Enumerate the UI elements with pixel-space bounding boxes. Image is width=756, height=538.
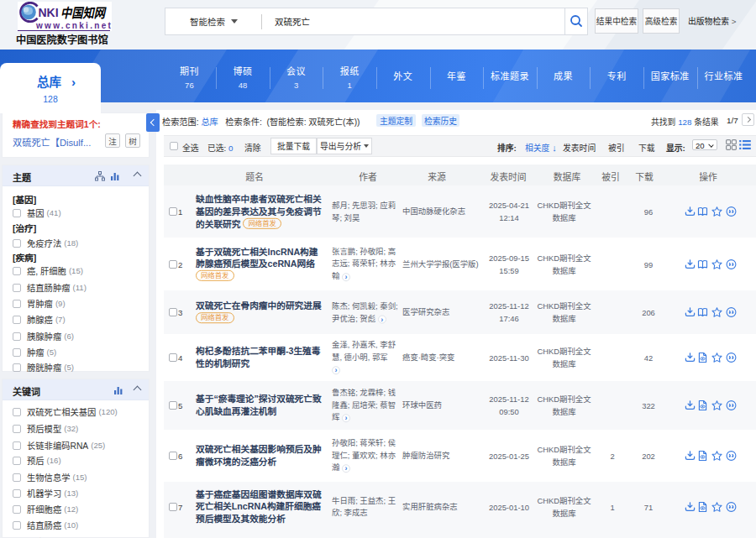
svg-text:中国知网: 中国知网 xyxy=(60,6,107,20)
svg-text:NKI: NKI xyxy=(39,6,59,19)
